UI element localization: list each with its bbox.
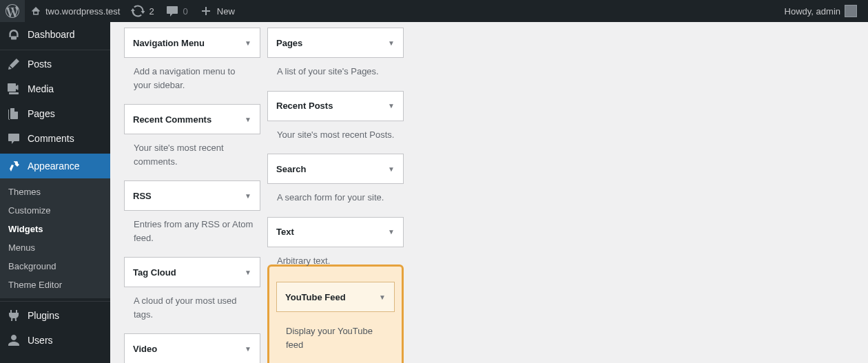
comments-link[interactable]: 0 xyxy=(160,0,194,22)
chevron-down-icon: ▼ xyxy=(388,39,395,47)
widget-desc: Your site's most recent Posts. xyxy=(267,121,404,143)
updates-link[interactable]: 2 xyxy=(125,0,159,22)
submenu-theme-editor[interactable]: Theme Editor xyxy=(0,276,110,294)
chevron-down-icon: ▼ xyxy=(245,39,251,47)
widget-rss[interactable]: RSS ▼ xyxy=(124,180,260,211)
menu-users[interactable]: Users xyxy=(0,328,110,353)
widget-text[interactable]: Text ▼ xyxy=(267,217,404,247)
widget-desc: Add a navigation menu to your sidebar. xyxy=(124,58,260,93)
widget-desc: Your site's most recent comments. xyxy=(124,134,260,169)
submenu-background[interactable]: Background xyxy=(0,257,110,276)
admin-toolbar: two.wordpress.test 2 0 New Howdy, admin xyxy=(0,0,868,22)
menu-comments[interactable]: Comments xyxy=(0,126,110,151)
widget-desc: A cloud of your most used tags. xyxy=(124,287,260,322)
new-label: New xyxy=(217,6,235,17)
account-link[interactable]: Howdy, admin xyxy=(779,0,862,22)
widget-title: Recent Comments xyxy=(133,114,211,125)
active-pointer-icon xyxy=(110,220,116,231)
new-content-link[interactable]: New xyxy=(194,0,240,22)
menu-posts[interactable]: Posts xyxy=(0,50,110,76)
highlight-youtube-feed: YouTube Feed ▼ Display your YouTube feed xyxy=(267,265,404,363)
howdy-text: Howdy, admin xyxy=(785,6,840,17)
widget-desc: A list of your site's Pages. xyxy=(267,58,404,80)
submenu-menus[interactable]: Menus xyxy=(0,238,110,257)
avatar xyxy=(845,5,857,17)
chevron-down-icon: ▼ xyxy=(245,269,251,276)
widget-tag-cloud[interactable]: Tag Cloud ▼ xyxy=(124,257,260,287)
menu-appearance-label: Appearance xyxy=(28,160,80,172)
widget-title: Text xyxy=(276,227,294,237)
widget-desc: Entries from any RSS or Atom feed. xyxy=(124,211,260,246)
widget-title: YouTube Feed xyxy=(285,292,346,302)
widget-title: RSS xyxy=(133,191,152,201)
menu-plugins-label: Plugins xyxy=(28,310,59,321)
menu-pages[interactable]: Pages xyxy=(0,101,110,126)
widget-pages[interactable]: Pages ▼ xyxy=(267,28,404,58)
comments-count: 0 xyxy=(183,6,188,17)
widget-title: Search xyxy=(276,164,306,174)
menu-dashboard[interactable]: Dashboard xyxy=(0,22,110,47)
widget-title: Recent Posts xyxy=(276,101,333,111)
widget-recent-comments[interactable]: Recent Comments ▼ xyxy=(124,104,260,134)
chevron-down-icon: ▼ xyxy=(388,102,395,110)
menu-dashboard-label: Dashboard xyxy=(28,29,75,40)
submenu-widgets[interactable]: Widgets xyxy=(0,220,110,238)
chevron-down-icon: ▼ xyxy=(245,192,251,200)
widget-desc: Display your YouTube feed xyxy=(276,312,395,353)
chevron-down-icon: ▼ xyxy=(379,293,386,301)
widget-search[interactable]: Search ▼ xyxy=(267,154,404,184)
admin-sidebar: Dashboard Posts Media Pages Comm xyxy=(0,22,110,363)
site-name-link[interactable]: two.wordpress.test xyxy=(25,0,125,22)
widget-title: Pages xyxy=(276,38,302,48)
menu-posts-label: Posts xyxy=(28,59,52,70)
submenu-customize[interactable]: Customize xyxy=(0,201,110,220)
widget-youtube-feed[interactable]: YouTube Feed ▼ xyxy=(276,282,395,312)
widget-video[interactable]: Video ▼ xyxy=(124,333,260,363)
widget-recent-posts[interactable]: Recent Posts ▼ xyxy=(267,91,404,121)
widget-desc: A search form for your site. xyxy=(267,184,404,206)
widget-title: Tag Cloud xyxy=(133,267,176,278)
widget-title: Navigation Menu xyxy=(133,38,205,48)
widget-navigation-menu[interactable]: Navigation Menu ▼ xyxy=(124,28,260,58)
menu-comments-label: Comments xyxy=(28,133,74,144)
menu-appearance[interactable]: Appearance xyxy=(0,154,110,178)
widget-title: Video xyxy=(133,344,157,354)
wp-logo[interactable] xyxy=(0,0,25,22)
content-area: Navigation Menu ▼ Add a navigation menu … xyxy=(110,22,868,363)
chevron-down-icon: ▼ xyxy=(388,228,395,236)
chevron-down-icon: ▼ xyxy=(245,345,251,353)
menu-media-label: Media xyxy=(28,83,54,94)
menu-plugins[interactable]: Plugins xyxy=(0,301,110,328)
appearance-submenu: Themes Customize Widgets Menus Backgroun… xyxy=(0,178,110,298)
menu-media[interactable]: Media xyxy=(0,76,110,101)
updates-count: 2 xyxy=(149,6,154,17)
submenu-themes[interactable]: Themes xyxy=(0,183,110,201)
site-name-text: two.wordpress.test xyxy=(45,6,120,17)
menu-users-label: Users xyxy=(28,335,53,346)
chevron-down-icon: ▼ xyxy=(388,165,395,173)
chevron-down-icon: ▼ xyxy=(245,116,251,123)
menu-pages-label: Pages xyxy=(28,108,55,119)
